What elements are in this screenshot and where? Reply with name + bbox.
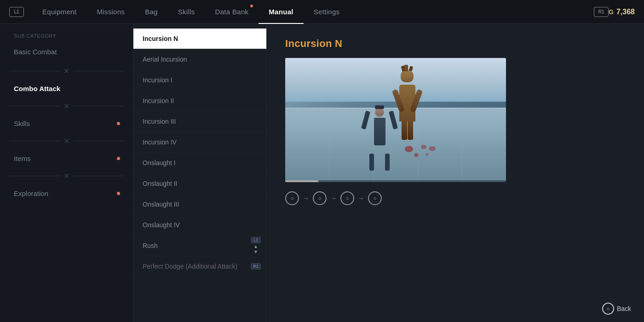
list-panel: Incursion N Aerial Incursion Incursion I… (133, 24, 267, 322)
tab-settings[interactable]: Settings (304, 0, 350, 24)
list-item-onslaught-3[interactable]: Onslaught III (133, 194, 266, 215)
divider-line (9, 71, 60, 71)
list-item-incursion-3[interactable]: Incursion III (133, 111, 266, 132)
combo-btn-3: ○ (340, 191, 354, 205)
list-item-incursion-2[interactable]: Incursion II (133, 91, 266, 111)
back-label: Back (617, 305, 631, 312)
content-title: Incursion N (285, 38, 626, 50)
tab-manual[interactable]: Manual (259, 0, 303, 24)
divider-line (73, 176, 124, 176)
items-dot (117, 157, 120, 160)
combo-btn-1: ○ (285, 191, 299, 205)
combo-btn-4: ○ (368, 191, 382, 205)
combo-arrow-3: → (358, 195, 364, 202)
sidebar-item-combo-attack[interactable]: Combo Attack (0, 79, 133, 98)
r2-hint: R2 (251, 263, 261, 270)
circle-button-icon: ○ (602, 303, 614, 315)
sidebar-subtitle: SUB CATEGORY (0, 33, 133, 39)
r2-badge: R2 (251, 263, 261, 270)
divider-line (73, 106, 124, 106)
player-head (375, 108, 384, 117)
combo-btn-2: ○ (313, 191, 327, 205)
nav-bar: L1 Equipment Missions Bag Skills Data Ba… (0, 0, 644, 24)
list-item-perfect-dodge[interactable]: Perfect Dodge (Additional Attack) R2 (133, 256, 266, 277)
enemy-body (399, 85, 415, 121)
l1-button[interactable]: L1 (9, 7, 24, 17)
skills-dot (117, 122, 120, 125)
preview-progress (285, 180, 506, 182)
l2-hint: L2 ▲ ▼ (251, 237, 261, 254)
preview-background (285, 58, 506, 182)
tab-missions[interactable]: Missions (86, 0, 135, 24)
player-body (374, 118, 385, 145)
list-item-incursion-n[interactable]: Incursion N (133, 29, 266, 49)
r1-button[interactable]: R1 (594, 7, 609, 17)
currency-value: 7,368 (616, 8, 635, 16)
sidebar-item-exploration[interactable]: Exploration (0, 184, 133, 203)
list-item-incursion-4[interactable]: Incursion IV (133, 132, 266, 153)
tab-bag[interactable]: Bag (135, 0, 168, 24)
plus-icon-3: ✕ (63, 137, 69, 145)
sidebar-divider-3: ✕ (0, 133, 133, 149)
divider-line (9, 176, 60, 176)
sidebar-item-basic-combat[interactable]: Basic Combat (0, 42, 133, 61)
tab-equipment[interactable]: Equipment (32, 0, 86, 24)
list-item-aerial-incursion[interactable]: Aerial Incursion (133, 49, 266, 70)
divider-line (9, 141, 60, 141)
bottom-bar: ○ Back (589, 295, 644, 322)
list-item-onslaught-1[interactable]: Onslaught I (133, 153, 266, 173)
content-panel: Incursion N (267, 24, 644, 322)
list-item-onslaught-2[interactable]: Onslaught II (133, 173, 266, 194)
sidebar: SUB CATEGORY Basic Combat ✕ Combo Attack… (0, 24, 133, 322)
nav-tabs: Equipment Missions Bag Skills Data Bank … (32, 0, 589, 24)
divider-line (73, 71, 124, 71)
enemy-arm-left (391, 89, 404, 112)
currency-symbol: G (609, 8, 614, 16)
list-item-incursion-1[interactable]: Incursion I (133, 70, 266, 91)
blood-splatter (400, 141, 437, 159)
sidebar-divider-4: ✕ (0, 168, 133, 184)
enemy-arm-right (409, 89, 422, 112)
sidebar-item-items[interactable]: Items (0, 149, 133, 168)
list-item-onslaught-4[interactable]: Onslaught IV (133, 215, 266, 236)
combo-display: ○ → ○ → ○ → ○ (285, 191, 626, 205)
preview-container (285, 58, 506, 182)
preview-progress-fill (285, 180, 318, 182)
combo-arrow-1: → (303, 195, 309, 202)
up-arrow-icon: ▲ (253, 244, 258, 249)
list-item-rush[interactable]: Rush L2 ▲ ▼ (133, 236, 266, 256)
tab-databank[interactable]: Data Bank (205, 0, 259, 24)
databank-dot (250, 5, 253, 7)
divider-line (9, 106, 60, 106)
plus-icon-4: ✕ (63, 172, 69, 180)
back-button[interactable]: ○ Back (602, 303, 631, 315)
down-arrow-icon: ▼ (253, 250, 258, 254)
combo-arrow-2: → (330, 195, 337, 202)
currency-display: G 7,368 (609, 8, 635, 16)
exploration-dot (117, 192, 120, 195)
l2-badge: L2 (251, 237, 261, 243)
main-content: SUB CATEGORY Basic Combat ✕ Combo Attack… (0, 24, 644, 322)
player-figure (368, 109, 391, 155)
sidebar-section: Basic Combat (0, 42, 133, 61)
plus-icon-2: ✕ (63, 102, 69, 110)
sidebar-divider-2: ✕ (0, 98, 133, 114)
enemy-head (401, 69, 414, 82)
sidebar-item-skills[interactable]: Skills (0, 114, 133, 133)
plus-icon: ✕ (63, 67, 69, 75)
divider-line (73, 141, 124, 141)
sidebar-divider-1: ✕ (0, 63, 133, 79)
tab-skills[interactable]: Skills (168, 0, 205, 24)
